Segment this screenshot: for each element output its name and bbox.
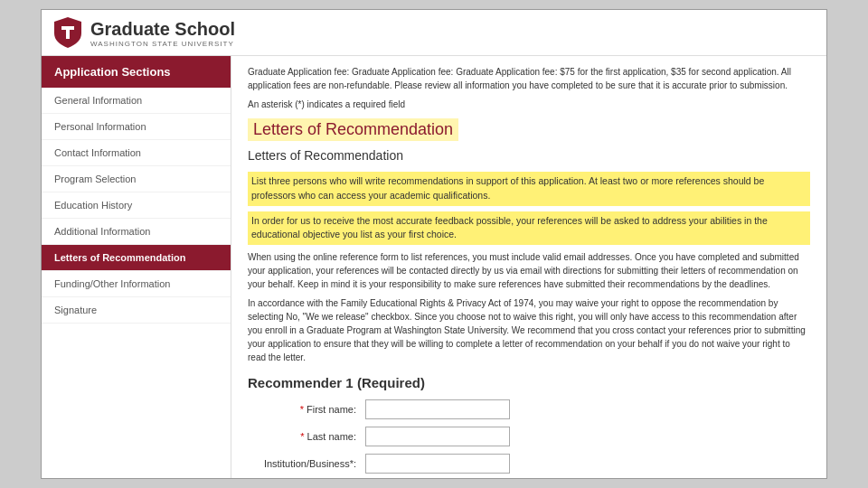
first-name-input[interactable]: [365, 399, 510, 419]
section-heading: Letters of Recommendation: [248, 118, 458, 141]
header: Graduate School WASHINGTON STATE UNIVERS…: [42, 10, 826, 56]
recommender-title-text: Recommender 1: [248, 375, 357, 390]
body-text-2: In accordance with the Family Educationa…: [248, 296, 810, 364]
first-name-row: * First name:: [248, 399, 810, 419]
main-area: Application Sections General Information…: [42, 56, 826, 478]
highlight-text-2: In order for us to receive the most accu…: [248, 211, 810, 246]
last-name-input[interactable]: [365, 427, 510, 446]
sidebar-item-letters[interactable]: Letters of Recommendation: [42, 245, 231, 271]
sidebar-heading: Application Sections: [42, 56, 231, 88]
logo-area: Graduate School WASHINGTON STATE UNIVERS…: [54, 17, 235, 48]
institution-input[interactable]: [365, 454, 510, 474]
sidebar-item-funding[interactable]: Funding/Other Information: [42, 271, 231, 297]
header-subtitle: WASHINGTON STATE UNIVERSITY: [90, 40, 235, 48]
first-name-label: * First name:: [248, 404, 365, 415]
sidebar-item-personal[interactable]: Personal Information: [42, 114, 231, 140]
sidebar-item-signature[interactable]: Signature: [42, 297, 231, 324]
recommender-required-text: (Required): [357, 375, 425, 390]
header-title: Graduate School: [90, 18, 235, 40]
app-window: Graduate School WASHINGTON STATE UNIVERS…: [41, 9, 827, 479]
sidebar-item-education[interactable]: Education History: [42, 192, 231, 219]
institution-row: Institution/Business*:: [248, 454, 810, 474]
required-field-note: An asterisk (*) indicates a required fie…: [248, 99, 810, 109]
last-name-label: * Last name:: [248, 431, 365, 442]
highlight-text-1: List three persons who will write recomm…: [248, 172, 810, 206]
sidebar: Application Sections General Information…: [42, 56, 231, 478]
body-text-1: When using the online reference form to …: [248, 250, 810, 291]
sidebar-item-general[interactable]: General Information: [42, 88, 231, 114]
top-notice-text: Graduate Application fee: Graduate Appli…: [248, 65, 810, 92]
sidebar-item-program[interactable]: Program Selection: [42, 166, 231, 192]
sidebar-item-contact[interactable]: Contact Information: [42, 140, 231, 166]
wsu-shield-icon: [54, 17, 81, 48]
content-area: Graduate Application fee: Graduate Appli…: [231, 56, 826, 478]
institution-label: Institution/Business*:: [248, 458, 365, 469]
sidebar-item-additional[interactable]: Additional Information: [42, 219, 231, 245]
header-text: Graduate School WASHINGTON STATE UNIVERS…: [90, 18, 235, 48]
section-subheading: Letters of Recommendation: [248, 148, 810, 163]
last-name-row: * Last name:: [248, 427, 810, 446]
recommender-title: Recommender 1 (Required): [248, 375, 810, 390]
